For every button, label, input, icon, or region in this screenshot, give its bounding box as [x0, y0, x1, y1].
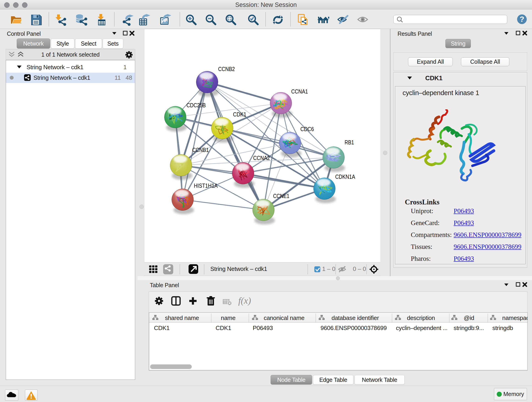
svg-text:CCNA1: CCNA1	[291, 88, 308, 95]
svg-text:CDK1: CDK1	[233, 111, 246, 118]
svg-text:CCNB1: CCNB1	[192, 147, 209, 153]
svg-text:CDKN1A: CDKN1A	[335, 173, 355, 180]
svg-text:CCNB2: CCNB2	[218, 65, 235, 72]
svg-text:?: ?	[520, 15, 524, 23]
svg-text:CCNE1: CCNE1	[273, 192, 289, 199]
svg-text:RB1: RB1	[345, 139, 354, 146]
svg-text:CDC25B: CDC25B	[186, 102, 206, 109]
svg-text:CDC6: CDC6	[300, 126, 314, 133]
svg-text:HIST1H1A: HIST1H1A	[194, 182, 218, 189]
svg-text:f(x): f(x)	[238, 295, 251, 306]
svg-text:CCNA2: CCNA2	[253, 154, 270, 161]
